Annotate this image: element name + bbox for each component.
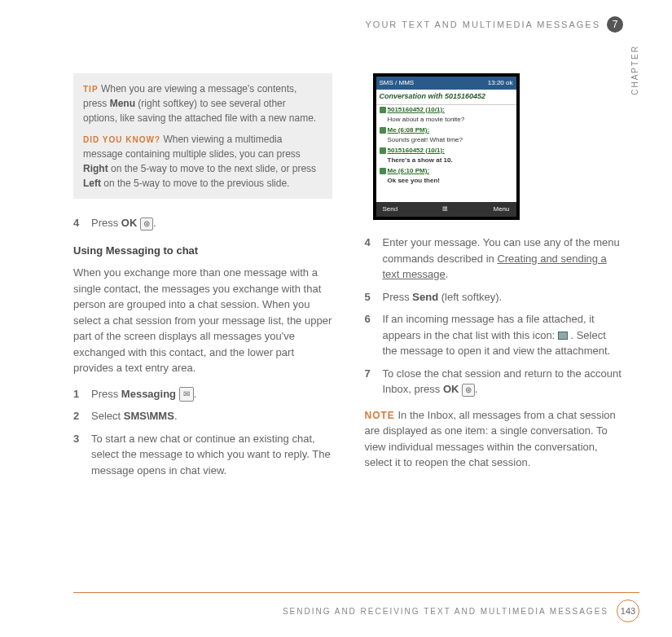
page-header: YOUR TEXT AND MULTIMEDIA MESSAGES 7 (73, 16, 623, 33)
step-number: 4 (365, 235, 376, 283)
screenshot-softkeys: Send ⊞ Menu (376, 202, 516, 217)
subheading: Using Messaging to chat (73, 243, 332, 259)
chapter-side-label: CHAPTER (629, 45, 641, 95)
sender-icon (380, 168, 386, 174)
screenshot-message: 5015160452 (10/1): There's a show at 10. (380, 146, 513, 165)
step-number: 2 (73, 408, 85, 424)
did-you-know-label: DID YOU KNOW? (83, 135, 160, 144)
step-text: Press Messaging ✉. (91, 386, 332, 402)
callout-box: TIP When you are viewing a message's con… (73, 73, 332, 199)
step-1: 1 Press Messaging ✉. (73, 386, 332, 402)
tip-paragraph: TIP When you are viewing a message's con… (83, 81, 323, 125)
messaging-icon: ✉ (179, 387, 194, 402)
left-column: TIP When you are viewing a message's con… (73, 73, 332, 485)
step-4: 4 Press OK ⊛. (73, 215, 332, 231)
chapter-number-badge: 7 (607, 16, 623, 33)
step-number: 4 (73, 215, 85, 231)
tip-label: TIP (83, 85, 99, 94)
header-title: YOUR TEXT AND MULTIMEDIA MESSAGES (366, 18, 601, 32)
page-number: 143 (617, 600, 639, 622)
sender-icon (380, 107, 386, 113)
screenshot-body: 5015160452 (10/1): How about a movie ton… (376, 105, 516, 203)
step-number: 5 (365, 289, 376, 305)
attachment-icon (558, 332, 568, 340)
step-text: Press Send (left softkey). (383, 289, 624, 305)
sender-icon (380, 147, 386, 154)
step-text: To close the chat session and return to … (383, 366, 624, 398)
step-6-right: 6 If an incoming message has a file atta… (365, 311, 624, 359)
ok-icon: ⊛ (462, 384, 475, 397)
intro-paragraph: When you exchange more than one message … (73, 265, 332, 376)
screenshot-message: Me (6:08 PM): Sounds great! What time? (380, 125, 513, 145)
step-4-right: 4 Enter your message. You can use any of… (365, 235, 624, 283)
page-footer: SENDING AND RECEIVING TEXT AND MULTIMEDI… (73, 592, 639, 622)
step-2: 2 Select SMS\MMS. (73, 408, 332, 424)
step-number: 3 (73, 431, 85, 479)
step-text: Select SMS\MMS. (91, 408, 332, 424)
screenshot-message: 5015160452 (10/1): How about a movie ton… (380, 105, 513, 125)
phone-screenshot: SMS / MMS 13:20 ok Conversation with 501… (373, 73, 520, 220)
screenshot-titlebar: SMS / MMS 13:20 ok (376, 77, 516, 90)
note-label: NOTE (365, 410, 395, 421)
step-number: 6 (365, 311, 376, 359)
screenshot-message: Me (6:10 PM): Ok see you then! (380, 166, 513, 186)
step-text: Enter your message. You can use any of t… (383, 235, 624, 283)
step-3: 3 To start a new chat or continue an exi… (73, 431, 332, 479)
step-5-right: 5 Press Send (left softkey). (365, 289, 624, 305)
step-text: If an incoming message has a file attach… (383, 311, 624, 359)
didyouknow-paragraph: DID YOU KNOW? When viewing a multimedia … (83, 132, 323, 191)
ok-icon: ⊛ (140, 217, 153, 231)
footer-text: SENDING AND RECEIVING TEXT AND MULTIMEDI… (283, 605, 608, 617)
step-number: 7 (365, 366, 376, 398)
sender-icon (380, 127, 386, 134)
note-paragraph: NOTE In the Inbox, all messages from a c… (365, 407, 624, 471)
step-number: 1 (73, 386, 85, 402)
screenshot-conversation-title: Conversation with 5015160452 (376, 90, 516, 105)
right-column: SMS / MMS 13:20 ok Conversation with 501… (365, 73, 624, 485)
step-text: Press OK ⊛. (91, 215, 332, 231)
step-7-right: 7 To close the chat session and return t… (365, 366, 624, 398)
step-text: To start a new chat or continue an exist… (91, 431, 332, 479)
